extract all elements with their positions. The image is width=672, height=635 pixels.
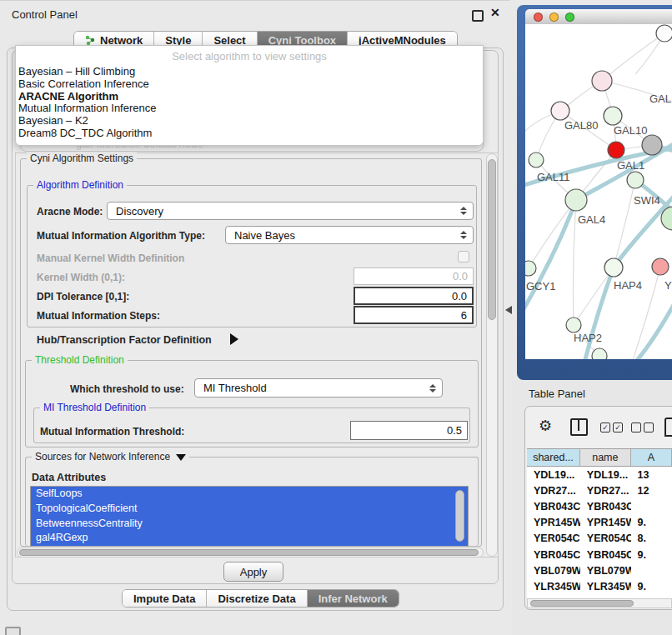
mi-type-combo[interactable]: Naive Bayes xyxy=(225,226,474,244)
mi-type-value: Naive Bayes xyxy=(234,229,295,242)
column-header-name[interactable]: name xyxy=(580,449,631,466)
mi-steps-field[interactable]: 6 xyxy=(354,306,474,324)
network-node[interactable] xyxy=(652,258,669,275)
export-table-icon[interactable] xyxy=(664,418,672,437)
table-cell: YLR345W xyxy=(580,581,631,592)
network-node[interactable] xyxy=(627,172,644,188)
settings-vscrollbar-thumb[interactable] xyxy=(488,159,496,320)
network-node[interactable] xyxy=(604,107,622,125)
expand-arrow-icon[interactable] xyxy=(230,333,238,345)
network-node[interactable] xyxy=(566,318,581,332)
attribute-item[interactable]: BetweennessCentrality xyxy=(31,517,468,532)
mi-threshold-value: 0.5 xyxy=(447,424,462,437)
cyni-algorithm-settings-title: Cyni Algorithm Settings xyxy=(27,152,137,164)
table-row[interactable]: YLR345WYLR345W9. xyxy=(527,578,672,594)
network-edge-highlighted[interactable] xyxy=(584,268,614,359)
zoom-traffic-light-icon[interactable] xyxy=(565,12,574,22)
manual-kernel-checkbox[interactable] xyxy=(458,251,469,262)
mi-type-label: Mutual Information Algorithm Type: xyxy=(37,230,205,242)
control-panel-title: Control Panel xyxy=(12,8,78,21)
deselect-all-columns-icon[interactable] xyxy=(631,422,654,432)
network-node[interactable] xyxy=(656,25,672,42)
algorithm-option[interactable]: Mutual Information Inference xyxy=(16,102,483,115)
close-traffic-light-icon[interactable] xyxy=(534,12,543,22)
network-canvas[interactable]: GALGAL80GAL10GAL1GAL11SWI4GAL4GCY1HAP4YH… xyxy=(525,24,672,359)
table-cell: 9. xyxy=(631,581,672,592)
select-all-columns-icon[interactable]: ✓ ✓ xyxy=(600,422,623,432)
tab-discretize-data[interactable]: Discretize Data xyxy=(206,590,306,607)
network-node[interactable] xyxy=(525,261,536,276)
network-edge[interactable] xyxy=(573,200,576,325)
kernel-width-label: Kernel Width (0,1): xyxy=(37,272,125,283)
data-attributes-list[interactable]: SelfLoopsTopologicalCoefficientBetweenne… xyxy=(30,486,469,547)
attribute-item[interactable]: SelfLoops xyxy=(31,487,468,502)
aracne-mode-label: Aracne Mode: xyxy=(37,206,103,218)
attribute-item[interactable]: TopologicalCoefficient xyxy=(31,502,468,517)
collapse-arrow-icon[interactable] xyxy=(176,454,186,461)
algorithm-option[interactable]: ARACNE Algorithm xyxy=(16,91,483,103)
algorithm-option[interactable]: Basic Correlation Inference xyxy=(16,78,483,91)
network-edge-highlighted[interactable] xyxy=(525,200,576,318)
manual-kernel-label: Manual Kernel Width Definition xyxy=(37,252,184,264)
table-row[interactable]: YBR043CYBR043C xyxy=(527,498,672,514)
network-edge[interactable] xyxy=(602,33,664,81)
mi-steps-label: Mutual Information Steps: xyxy=(37,310,160,322)
column-header-shared[interactable]: shared... xyxy=(527,449,580,466)
network-node[interactable] xyxy=(565,189,587,211)
attributes-list-scrollbar[interactable] xyxy=(455,490,464,542)
float-window-icon[interactable] xyxy=(472,10,484,22)
mi-threshold-field[interactable]: 0.5 xyxy=(350,421,468,440)
network-node[interactable] xyxy=(608,142,624,158)
table-cell: YER054C xyxy=(527,532,580,544)
table-row[interactable]: YBL079WYBL079W xyxy=(527,562,672,578)
dpi-tolerance-label: DPI Tolerance [0,1]: xyxy=(37,291,129,302)
column-browser-icon[interactable] xyxy=(570,418,588,436)
network-edge[interactable] xyxy=(574,268,614,325)
table-row[interactable]: YDL19...YDL19...13 xyxy=(527,467,672,482)
network-node[interactable] xyxy=(592,71,612,91)
mouse-cursor xyxy=(505,306,512,314)
table-row[interactable]: YER054CYER054C8. xyxy=(527,531,672,547)
hub-definition-label: Hub/Transcription Factor Definition xyxy=(37,334,212,346)
network-window-titlebar[interactable] xyxy=(525,9,672,25)
kernel-width-field[interactable]: 0.0 xyxy=(354,268,474,285)
algorithm-option[interactable]: Bayesian – Hill Climbing xyxy=(16,66,483,78)
algorithm-option[interactable]: Dream8 DC_TDC Algorithm xyxy=(16,128,483,140)
minimize-traffic-light-icon[interactable] xyxy=(549,12,559,22)
table-cell: YLR345W xyxy=(527,581,580,592)
tab-impute-data[interactable]: Impute Data xyxy=(123,590,206,607)
table-cell: 12 xyxy=(631,485,672,497)
settings-hscrollbar-thumb[interactable] xyxy=(19,549,479,556)
network-node[interactable] xyxy=(642,135,662,155)
bottom-tabs: Impute DataDiscretize DataInfer Network xyxy=(122,589,399,608)
column-header-a[interactable]: A xyxy=(631,449,672,466)
combo-spinner-icon xyxy=(460,207,467,215)
algorithm-option[interactable]: Bayesian – K2 xyxy=(16,115,483,128)
table-row[interactable]: YPR145WYPR145W9. xyxy=(527,515,672,531)
apply-button[interactable]: Apply xyxy=(223,562,283,582)
table-hscrollbar-thumb[interactable] xyxy=(530,600,634,607)
gear-icon[interactable]: ⚙ xyxy=(539,417,552,435)
attribute-item[interactable]: gal4RGexp xyxy=(31,531,468,546)
sources-title: Sources for Network Inference xyxy=(35,451,170,462)
node-label-y: Y xyxy=(664,279,672,292)
table-row[interactable]: YDR27...YDR27...12 xyxy=(527,482,672,498)
tab-infer-network[interactable]: Infer Network xyxy=(307,590,399,607)
table-cell: YBL079W xyxy=(580,565,631,577)
network-node[interactable] xyxy=(604,258,623,277)
table-cell: YDL19... xyxy=(527,469,580,481)
node-table[interactable]: shared...nameAYDL19...YDL19...13YDR27...… xyxy=(527,448,672,598)
node-label-gal80: GAL80 xyxy=(564,119,598,132)
dpi-tolerance-field[interactable]: 0.0 xyxy=(354,287,474,305)
sources-title-wrap: Sources for Network Inference xyxy=(32,451,189,462)
node-label-gal10: GAL10 xyxy=(614,124,647,137)
table-row[interactable]: YBR045CYBR045C9. xyxy=(527,547,672,562)
close-icon[interactable]: ✕ xyxy=(490,6,500,19)
network-node[interactable] xyxy=(529,152,544,168)
network-node[interactable] xyxy=(551,102,569,120)
network-node[interactable] xyxy=(592,348,607,359)
which-threshold-combo[interactable]: MI Threshold xyxy=(194,378,443,398)
aracne-mode-combo[interactable]: Discovery xyxy=(107,202,474,220)
dock-icon[interactable] xyxy=(5,627,21,635)
aracne-mode-value: Discovery xyxy=(116,205,163,218)
